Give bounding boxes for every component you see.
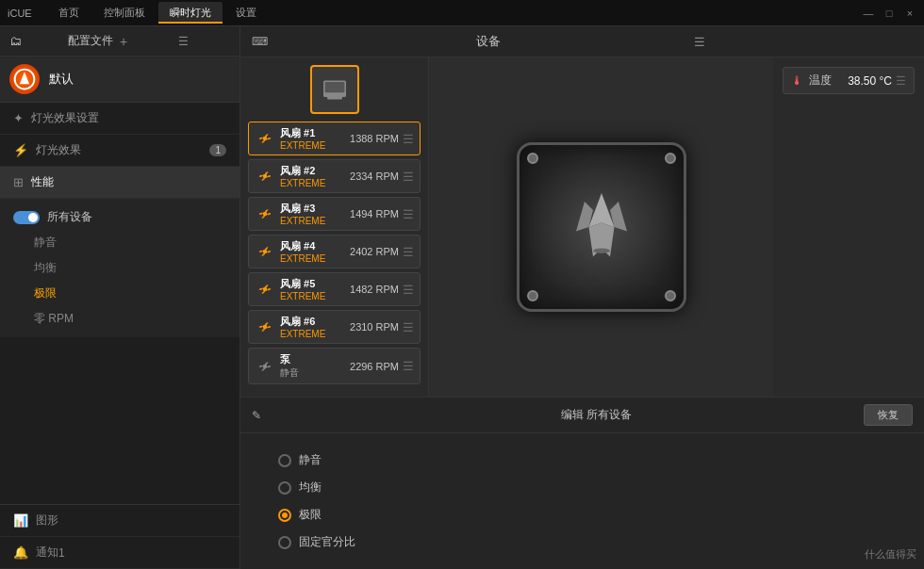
fan-mode-3: EXTREME — [280, 216, 350, 226]
content-body: 风扇 #1 EXTREME 1388 RPM ☰ — [240, 57, 924, 397]
graphs-label: 图形 — [36, 512, 58, 528]
sidebar-item-lighting-effects-settings[interactable]: ✦ 灯光效果设置 — [0, 103, 239, 135]
perf-mode-silent[interactable]: 静音 — [0, 230, 239, 255]
sidebar-item-lighting-effects[interactable]: ⚡ 灯光效果 1 — [0, 135, 239, 167]
wrench-icon: ✦ — [13, 111, 24, 125]
radio-label-extreme: 极限 — [299, 507, 322, 523]
lighting-badge: 1 — [209, 144, 226, 156]
fan-menu-1[interactable]: ☰ — [403, 132, 414, 146]
svg-point-8 — [263, 212, 268, 217]
fan-name-1: 风扇 #1 — [280, 126, 350, 140]
fan-mode-5: EXTREME — [280, 291, 350, 301]
corner-bolt-tr — [665, 153, 676, 164]
fan-mode-1: EXTREME — [280, 140, 350, 151]
radio-circle-balanced — [278, 481, 291, 495]
profile-section-header: 🗂 配置文件 + ☰ — [0, 26, 239, 57]
svg-point-7 — [263, 174, 268, 179]
graph-icon: 📊 — [13, 513, 28, 528]
content-area: ⌨ 设备 ☰ — [240, 26, 924, 569]
radio-label-balanced: 均衡 — [299, 480, 322, 496]
fan-name-3: 风扇 #3 — [280, 202, 350, 216]
visualization-panel — [429, 57, 773, 397]
profile-menu-button[interactable]: ☰ — [178, 35, 231, 48]
fan-menu-3[interactable]: ☰ — [403, 207, 414, 221]
fan-info-5: 风扇 #5 EXTREME — [280, 277, 350, 301]
tab-control[interactable]: 控制面板 — [92, 2, 157, 24]
fan-info-4: 风扇 #4 EXTREME — [280, 239, 350, 264]
app-name: iCUE — [8, 8, 32, 19]
all-devices-toggle[interactable] — [13, 211, 40, 224]
tab-instant-light[interactable]: 瞬时灯光 — [158, 2, 223, 24]
add-profile-button[interactable]: + — [120, 34, 173, 49]
device-thumbnail[interactable] — [310, 65, 359, 114]
fan-row-1[interactable]: 风扇 #1 EXTREME 1388 RPM ☰ — [248, 122, 421, 155]
fan-mode-6: EXTREME — [280, 329, 350, 339]
close-button[interactable]: × — [903, 7, 916, 20]
restore-button[interactable]: 恢复 — [864, 404, 913, 426]
perf-mode-zero-rpm[interactable]: 零 RPM — [0, 306, 239, 332]
maximize-button[interactable]: □ — [883, 7, 896, 20]
all-devices-toggle-row: 所有设备 — [0, 204, 239, 230]
profile-item[interactable]: 默认 — [0, 57, 239, 103]
tab-home[interactable]: 首页 — [47, 2, 91, 24]
content-menu-button[interactable]: ☰ — [694, 35, 913, 49]
nav-tabs: 首页 控制面板 瞬时灯光 设置 — [47, 2, 862, 24]
fan-menu-6[interactable]: ☰ — [403, 320, 414, 334]
sidebar-item-performance[interactable]: ⊞ 性能 — [0, 167, 239, 199]
profile-section-label: 配置文件 — [68, 33, 121, 49]
edit-title: 编辑 所有设备 — [561, 407, 865, 423]
svg-point-12 — [263, 364, 268, 368]
tab-settings[interactable]: 设置 — [224, 2, 268, 24]
fan-row-5[interactable]: 风扇 #5 EXTREME 1482 RPM ☰ — [248, 272, 421, 306]
radio-extreme[interactable]: 极限 — [278, 507, 886, 523]
fan-icon-pump — [255, 356, 275, 377]
sidebar-item-notifications[interactable]: 🔔 通知 1 — [0, 537, 239, 569]
radio-silent[interactable]: 静音 — [278, 452, 886, 468]
svg-rect-3 — [324, 82, 344, 92]
svg-rect-4 — [327, 97, 342, 99]
fan-icon-6 — [255, 317, 275, 337]
fan-row-3[interactable]: 风扇 #3 EXTREME 1494 RPM ☰ — [248, 197, 421, 231]
perf-mode-extreme[interactable]: 极限 — [0, 281, 239, 306]
notifications-label: 通知 — [36, 545, 58, 561]
sidebar: 🗂 配置文件 + ☰ 默认 ✦ 灯光效果设置 ⚡ 灯光效果 1 ⊞ — [0, 26, 240, 569]
minimize-button[interactable]: — — [862, 7, 875, 20]
fan-info-pump: 泵 静音 — [280, 352, 350, 380]
radio-balanced[interactable]: 均衡 — [278, 480, 886, 496]
profile-logo — [9, 64, 40, 94]
fan-icon-4 — [255, 241, 275, 262]
temp-value: 38.50 °C — [848, 74, 892, 88]
temp-menu-button[interactable]: ☰ — [896, 74, 906, 88]
fan-icon-3 — [255, 203, 275, 224]
fan-menu-2[interactable]: ☰ — [403, 170, 414, 184]
perf-mode-balanced[interactable]: 均衡 — [0, 255, 239, 281]
corner-bolt-bl — [527, 290, 538, 301]
sidebar-bottom: 📊 图形 🔔 通知 1 — [0, 504, 239, 569]
sidebar-item-graphs[interactable]: 📊 图形 — [0, 505, 239, 537]
fan-menu-5[interactable]: ☰ — [403, 283, 414, 297]
fan-visual — [517, 142, 686, 312]
fan-name-4: 风扇 #4 — [280, 239, 350, 253]
corner-bolt-br — [665, 290, 676, 301]
fan-row-pump[interactable]: 泵 静音 2296 RPM ☰ — [248, 348, 421, 384]
fan-rpm-4: 2402 RPM — [350, 246, 399, 257]
svg-point-6 — [263, 137, 268, 141]
fan-row-2[interactable]: 风扇 #2 EXTREME 2334 RPM ☰ — [248, 159, 421, 193]
performance-section: 所有设备 静音 均衡 极限 零 RPM — [0, 199, 239, 337]
edit-panel: ✎ 编辑 所有设备 恢复 静音 均衡 极限 — [240, 397, 924, 569]
fan-name-5: 风扇 #5 — [280, 277, 350, 291]
fan-menu-4[interactable]: ☰ — [403, 245, 414, 259]
fan-info-2: 风扇 #2 EXTREME — [280, 164, 350, 188]
fan-row-6[interactable]: 风扇 #6 EXTREME 2310 RPM ☰ — [248, 310, 421, 344]
svg-rect-5 — [331, 95, 337, 97]
pump-rpm: 2296 RPM — [350, 361, 399, 372]
fan-rpm-1: 1388 RPM — [350, 133, 399, 144]
radio-fixed[interactable]: 固定官分比 — [278, 534, 886, 550]
fan-rpm-2: 2334 RPM — [350, 171, 399, 182]
edit-icon: ✎ — [252, 409, 555, 422]
pump-menu[interactable]: ☰ — [403, 359, 414, 373]
fan-row-4[interactable]: 风扇 #4 EXTREME 2402 RPM ☰ — [248, 235, 421, 268]
fan-mode-2: EXTREME — [280, 178, 350, 188]
content-header: ⌨ 设备 ☰ — [240, 26, 924, 57]
fan-rpm-5: 1482 RPM — [350, 284, 399, 295]
